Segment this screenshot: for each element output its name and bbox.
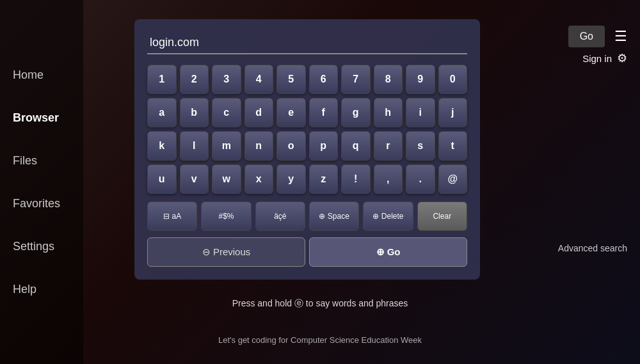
key-p[interactable]: p [309, 131, 339, 161]
sidebar-item-home[interactable]: Home [0, 63, 83, 87]
key-n[interactable]: n [244, 131, 274, 161]
key-e[interactable]: e [276, 98, 306, 127]
key-6[interactable]: 6 [309, 65, 339, 94]
key-j[interactable]: j [438, 98, 468, 127]
row-symbols: u v w x y z ! , . @ [147, 164, 467, 194]
clear-key[interactable]: Clear [417, 202, 467, 231]
bottom-banner: Let's get coding for Computer Science Ed… [0, 335, 640, 345]
key-k[interactable]: k [147, 131, 177, 161]
nav-row: ⊖ Previous ⊕ Go [147, 237, 467, 267]
key-2[interactable]: 2 [180, 65, 209, 94]
key-w[interactable]: w [212, 164, 241, 194]
url-input[interactable] [147, 32, 467, 54]
sign-in-label[interactable]: Sign in [582, 53, 612, 64]
key-q[interactable]: q [341, 131, 371, 161]
key-4[interactable]: 4 [244, 65, 274, 94]
sidebar-item-help[interactable]: Help [0, 278, 83, 301]
gear-icon[interactable]: ⚙ [617, 51, 627, 65]
key-o[interactable]: o [276, 131, 306, 161]
key-m[interactable]: m [212, 131, 241, 161]
key-b[interactable]: b [180, 98, 209, 127]
key-z[interactable]: z [309, 164, 339, 194]
special-key-row: ⊟ aA #$% äçé ⊕ Space ⊕ Delete Clear [147, 202, 467, 231]
previous-button[interactable]: ⊖ Previous [147, 237, 305, 267]
sidebar-item-settings[interactable]: Settings [0, 235, 83, 258]
key-comma[interactable]: , [374, 164, 403, 194]
sidebar-item-files[interactable]: Files [0, 149, 83, 173]
key-3[interactable]: 3 [212, 65, 241, 94]
key-s[interactable]: s [406, 131, 435, 161]
key-t[interactable]: t [438, 131, 468, 161]
key-v[interactable]: v [180, 164, 209, 194]
sidebar-item-browser[interactable]: Browser [0, 106, 83, 130]
menu-icon[interactable]: ☰ [614, 28, 627, 45]
row-kt: k l m n o p q r s t [147, 131, 467, 161]
keyboard-modal: 1 2 3 4 5 6 7 8 9 0 a b c d e f g h i j … [134, 19, 480, 280]
key-g[interactable]: g [341, 98, 371, 127]
key-i[interactable]: i [406, 98, 435, 127]
top-right-bar: Go ☰ [568, 26, 627, 47]
key-f[interactable]: f [309, 98, 339, 127]
advanced-search-label[interactable]: Advanced search [558, 243, 627, 253]
sign-in-area: Sign in ⚙ [582, 51, 627, 65]
row-aj: a b c d e f g h i j [147, 98, 467, 127]
bottom-hint: Press and hold ⓔ to say words and phrase… [0, 298, 640, 310]
key-c[interactable]: c [212, 98, 241, 127]
key-period[interactable]: . [406, 164, 435, 194]
key-9[interactable]: 9 [406, 65, 435, 94]
go-button[interactable]: Go [568, 26, 605, 47]
go-nav-button[interactable]: ⊕ Go [309, 237, 467, 267]
key-1[interactable]: 1 [147, 65, 177, 94]
symbols-key[interactable]: #$% [201, 202, 251, 231]
key-5[interactable]: 5 [276, 65, 306, 94]
key-8[interactable]: 8 [374, 65, 403, 94]
key-rows: 1 2 3 4 5 6 7 8 9 0 a b c d e f g h i j … [147, 65, 467, 231]
key-d[interactable]: d [244, 98, 274, 127]
accents-key[interactable]: äçé [255, 202, 305, 231]
caps-key[interactable]: ⊟ aA [147, 202, 197, 231]
key-u[interactable]: u [147, 164, 177, 194]
key-h[interactable]: h [374, 98, 403, 127]
key-exclaim[interactable]: ! [341, 164, 371, 194]
key-at[interactable]: @ [438, 164, 468, 194]
key-x[interactable]: x [244, 164, 274, 194]
key-l[interactable]: l [180, 131, 209, 161]
key-a[interactable]: a [147, 98, 177, 127]
key-y[interactable]: y [276, 164, 306, 194]
number-row: 1 2 3 4 5 6 7 8 9 0 [147, 65, 467, 94]
key-7[interactable]: 7 [341, 65, 371, 94]
delete-key[interactable]: ⊕ Delete [363, 202, 413, 231]
key-0[interactable]: 0 [438, 65, 468, 94]
sidebar-item-favorites[interactable]: Favorites [0, 192, 83, 216]
key-r[interactable]: r [374, 131, 403, 161]
space-key[interactable]: ⊕ Space [309, 202, 359, 231]
